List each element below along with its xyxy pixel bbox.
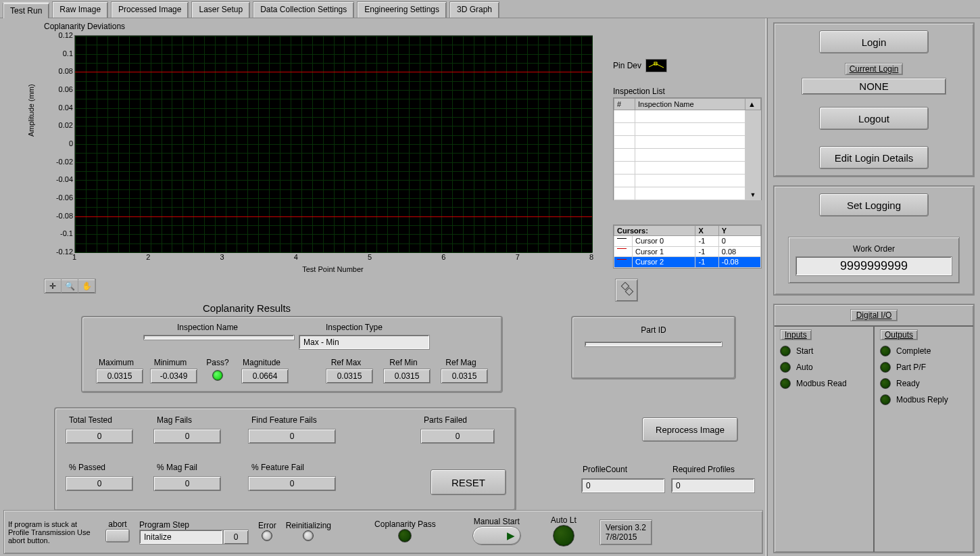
tab-3d-graph[interactable]: 3D Graph — [449, 1, 499, 18]
total-tested-value: 0 — [66, 429, 133, 444]
min-label: Minimum — [150, 358, 191, 367]
digital-io-label: Digital I/O — [850, 309, 898, 321]
reinit-label: Reinitializing — [286, 521, 331, 530]
pan-tool-icon[interactable]: ✋ — [78, 279, 95, 293]
outputs-label: Outputs — [880, 329, 918, 340]
manual-start-button[interactable]: ▶ — [472, 526, 521, 545]
pct-passed-value: 0 — [66, 476, 133, 491]
x-axis-label: Test Point Number — [74, 265, 591, 273]
scroll-down-icon[interactable]: ▼ — [745, 110, 761, 200]
edit-login-details-button[interactable]: Edit Login Details — [819, 146, 929, 169]
scroll-up-icon[interactable]: ▲ — [745, 99, 761, 110]
crosshair-tool-icon[interactable]: ✛ — [45, 279, 62, 293]
auto-lt-label: Auto Lt — [551, 515, 577, 525]
magnitude-value: 0.0664 — [241, 369, 289, 384]
magnitude-label: Magnitude — [241, 358, 282, 367]
pass-led — [212, 370, 223, 381]
refmin-value: 0.0315 — [383, 369, 431, 384]
pct-mag-fail-value: 0 — [153, 476, 221, 491]
chart-title: Coplanarity Deviations — [44, 22, 125, 31]
version-line2: 7/8/2015 — [606, 532, 646, 542]
refmax-label: Ref Max — [326, 358, 366, 367]
cursors-col-y: Y — [718, 226, 760, 236]
inspection-list-title: Inspection List — [613, 87, 665, 96]
profile-count-field[interactable]: 0 — [581, 478, 665, 493]
error-led — [262, 530, 272, 541]
current-login-value: NONE — [802, 78, 946, 95]
pct-passed-label: % Passed — [69, 463, 105, 472]
graph-tool-palette[interactable]: ✛ 🔍 ✋ — [44, 279, 96, 294]
set-logging-button[interactable]: Set Logging — [819, 193, 929, 216]
refmax-value: 0.0315 — [326, 369, 373, 384]
total-tested-label: Total Tested — [69, 415, 112, 425]
cursor-move-tool[interactable] — [615, 279, 638, 302]
program-step-field: Initalize — [139, 530, 223, 545]
cursor-row[interactable]: Cursor 0-10 — [614, 236, 761, 247]
inspection-type-label: Inspection Type — [326, 323, 383, 332]
tab-processed-image[interactable]: Processed Image — [111, 1, 189, 18]
auto-lt-led — [553, 525, 574, 547]
legend-swatch-icon[interactable] — [645, 59, 667, 72]
input-auto: Auto — [780, 362, 868, 373]
coplanarity-pass-led — [398, 529, 412, 542]
cursor-row[interactable]: Cursor 2-1-0.08 — [614, 257, 761, 268]
refmag-value: 0.0315 — [441, 369, 488, 384]
min-value: -0.0349 — [150, 369, 197, 384]
login-button[interactable]: Login — [819, 30, 929, 53]
inspection-list[interactable]: # Inspection Name ▲ ▼ — [613, 97, 762, 200]
version-line1: Version 3.2 — [606, 523, 646, 532]
col-number[interactable]: # — [614, 99, 635, 110]
tab-data-collection-settings[interactable]: Data Collection Settings — [253, 1, 354, 18]
pct-feature-fail-label: % Feature Fail — [251, 463, 304, 472]
profile-count-label: ProfileCount — [583, 465, 627, 474]
inspection-name-field[interactable] — [143, 335, 295, 340]
abort-label: abort — [105, 519, 130, 529]
program-step-label: Program Step — [139, 520, 249, 530]
parts-failed-label: Parts Failed — [424, 415, 467, 425]
cursors-col-x: X — [695, 226, 718, 236]
coplanarity-plot[interactable] — [74, 35, 593, 253]
inputs-label: Inputs — [780, 329, 812, 340]
part-id-field[interactable] — [585, 342, 722, 347]
legend[interactable]: Pin Dev — [613, 59, 667, 72]
coplanarity-pass-label: Coplanarity Pass — [374, 519, 436, 529]
zoom-tool-icon[interactable]: 🔍 — [62, 279, 78, 293]
pct-mag-fail-label: % Mag Fail — [157, 463, 197, 472]
tab-laser-setup[interactable]: Laser Setup — [191, 1, 250, 18]
pass-label: Pass? — [204, 358, 231, 367]
output-part-pf: Part P/F — [880, 362, 968, 373]
current-login-label: Current Login — [845, 63, 904, 75]
tab-engineering-settings[interactable]: Engineering Settings — [357, 1, 447, 18]
required-profiles-field[interactable]: 0 — [671, 478, 755, 493]
abort-button[interactable] — [105, 529, 130, 542]
col-inspection-name[interactable]: Inspection Name — [635, 99, 745, 110]
cursor-row[interactable]: Cursor 1-10.08 — [614, 246, 761, 257]
cursors-table[interactable]: Cursors: X Y Cursor 0-10Cursor 1-10.08Cu… — [613, 225, 762, 269]
required-profiles-label: Required Profiles — [672, 465, 735, 474]
mag-fails-label: Mag Fails — [157, 415, 192, 425]
inspection-name-label: Inspection Name — [177, 323, 238, 332]
y-axis: 0.120.10.080.060.040.020-0.02-0.04-0.06-… — [47, 35, 73, 252]
inspection-type-field[interactable]: Max - Min — [299, 335, 430, 350]
pct-feature-fail-value: 0 — [248, 476, 336, 491]
max-value: 0.0315 — [96, 369, 143, 384]
tab-test-run[interactable]: Test Run — [3, 2, 49, 18]
output-modbus-reply: Modbus Reply — [880, 394, 968, 405]
refmag-label: Ref Mag — [441, 358, 481, 367]
mag-fails-value: 0 — [153, 429, 221, 444]
tab-raw-image[interactable]: Raw Image — [52, 1, 108, 18]
output-ready: Ready — [880, 378, 968, 389]
status-bar: If program is stuck at Profile Transmiss… — [3, 510, 763, 554]
legend-label: Pin Dev — [613, 61, 641, 70]
error-label: Error — [258, 521, 276, 530]
refmin-label: Ref Min — [383, 358, 424, 367]
y-axis-label: Amplitude (mm) — [27, 84, 35, 137]
reset-button[interactable]: RESET — [431, 469, 506, 495]
reprocess-image-button[interactable]: Reprocess Image — [642, 417, 738, 442]
output-complete: Complete — [880, 346, 968, 356]
reinitializing-led — [303, 530, 314, 541]
work-order-field[interactable]: 9999999999 — [795, 256, 952, 276]
input-modbus-read: Modbus Read — [780, 378, 868, 389]
logout-button[interactable]: Logout — [819, 107, 929, 130]
max-label: Maximum — [96, 358, 137, 367]
